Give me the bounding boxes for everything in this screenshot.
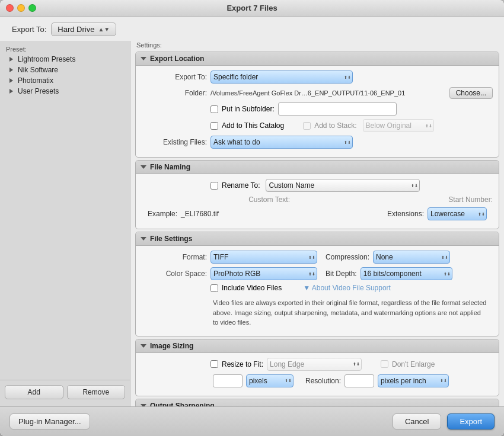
existing-files-select[interactable]: Ask what to do (210, 136, 353, 149)
settings-label: Settings: (130, 41, 168, 50)
export-location-section: Export Location Export To: Specific fold… (135, 52, 499, 158)
pixels-row: 1000 pixels Resolution: 300 pixels per i (142, 374, 493, 387)
minimize-button[interactable] (17, 4, 25, 12)
window-body: Export To: Hard Drive ▲▼ Preset: Lightro… (0, 17, 504, 436)
bottom-right-buttons: Cancel Export (393, 413, 495, 429)
size-unit-select[interactable]: pixels (246, 374, 294, 387)
resolution-unit-dropdown[interactable]: pixels per inch (378, 374, 449, 387)
format-dropdown[interactable]: TIFF (210, 251, 317, 264)
format-row: Format: TIFF Compression: None (142, 251, 493, 264)
export-to-field-select[interactable]: Specific folder (210, 70, 353, 84)
export-to-dropdown[interactable]: Specific folder (210, 70, 353, 84)
extensions-select[interactable]: Lowercase (428, 207, 487, 220)
resolution-input[interactable]: 300 (344, 374, 374, 387)
rename-to-select[interactable]: Custom Name (266, 179, 420, 192)
remove-button[interactable]: Remove (67, 385, 126, 399)
existing-files-row: Existing Files: Ask what to do (142, 136, 493, 149)
compression-dropdown[interactable]: None (373, 251, 450, 264)
custom-start-row: Custom Text: Start Number: (142, 195, 493, 204)
bit-depth-dropdown[interactable]: 16 bits/component (361, 267, 452, 280)
export-location-content: Export To: Specific folder Folder: /Volu… (136, 66, 499, 157)
file-naming-title: File Naming (150, 163, 190, 171)
compression-label: Compression: (326, 253, 369, 261)
folder-row: Folder: /Volumes/FreeAgent GoFlex Dr…6_E… (142, 87, 493, 99)
export-to-select[interactable]: Hard Drive ▲▼ (51, 23, 116, 36)
put-in-subfolder-label: Put in Subfolder: (222, 105, 275, 113)
export-location-header[interactable]: Export Location (136, 52, 499, 66)
rename-to-checkbox[interactable] (210, 182, 218, 190)
color-space-select[interactable]: ProPhoto RGB (210, 267, 317, 280)
sidebar-buttons: Add Remove (0, 380, 130, 404)
sidebar-item-lightroom-presets[interactable]: Lightroom Presets (0, 54, 130, 65)
include-video-checkbox[interactable] (210, 284, 218, 292)
sidebar-item-user-presets[interactable]: User Presets (0, 86, 130, 97)
image-sizing-content: Resize to Fit: Long Edge Don't Enlarge (136, 353, 499, 396)
settings-panel: Settings: Export Location Export To: (130, 41, 504, 406)
resize-row: Resize to Fit: Long Edge Don't Enlarge (142, 358, 493, 371)
example-value: _ELI7680.tif (181, 210, 219, 218)
preset-label: Preset: (0, 43, 130, 54)
extensions-label: Extensions: (387, 210, 424, 218)
maximize-button[interactable] (28, 4, 36, 12)
size-input[interactable]: 1000 (213, 374, 243, 387)
add-to-catalog-checkbox[interactable] (210, 122, 218, 130)
output-sharpening-header[interactable]: Output Sharpening (136, 399, 499, 407)
include-video-label: Include Video Files (222, 284, 282, 292)
main-window: Export 7 Files Export To: Hard Drive ▲▼ … (0, 0, 504, 436)
compression-select[interactable]: None (373, 251, 450, 264)
main-area: Preset: Lightroom Presets Nik Software P… (0, 41, 504, 406)
close-button[interactable] (6, 4, 14, 12)
stack-dropdown[interactable]: Below Original (363, 119, 434, 132)
export-to-field-label: Export To: (142, 73, 207, 81)
export-button[interactable]: Export (447, 413, 495, 429)
subfolder-row: Put in Subfolder: (142, 102, 493, 116)
add-button[interactable]: Add (5, 385, 63, 399)
start-number-label: Start Number: (448, 195, 493, 204)
traffic-lights (6, 4, 36, 12)
triangle-icon (9, 89, 13, 94)
folder-label: Folder: (142, 89, 207, 97)
dont-enlarge-checkbox[interactable] (381, 360, 388, 368)
collapse-icon (141, 237, 146, 241)
resolution-label: Resolution: (305, 377, 341, 385)
resize-to-fit-label: Resize to Fit: (222, 360, 263, 368)
resize-to-fit-checkbox[interactable] (210, 360, 218, 368)
cancel-button[interactable]: Cancel (393, 413, 441, 429)
triangle-icon (9, 57, 13, 62)
file-naming-header[interactable]: File Naming (136, 161, 499, 174)
video-info-text: Video files are always exported in their… (142, 296, 493, 331)
file-naming-section: File Naming Rename To: Custom Name (135, 160, 499, 229)
extensions-dropdown[interactable]: Lowercase (428, 207, 487, 220)
triangle-icon (9, 68, 13, 72)
choose-button[interactable]: Choose... (449, 87, 493, 99)
sidebar-item-photomatix[interactable]: Photomatix (0, 75, 130, 86)
put-in-subfolder-checkbox[interactable] (210, 105, 218, 113)
dont-enlarge-label: Don't Enlarge (392, 360, 435, 368)
rename-dropdown[interactable]: Custom Name (266, 179, 420, 192)
rename-to-label: Rename To: (222, 181, 260, 190)
custom-text-label: Custom Text: (148, 195, 290, 204)
folder-path: /Volumes/FreeAgent GoFlex Dr…6_ENP_OUTPU… (210, 89, 446, 97)
export-to-row: Export To: Hard Drive ▲▼ (0, 17, 504, 41)
subfolder-input[interactable] (278, 102, 397, 116)
resize-fit-dropdown[interactable]: Long Edge (267, 358, 362, 371)
bottom-bar: Plug-in Manager... Cancel Export (0, 406, 504, 436)
video-row: Include Video Files ▼ About Video File S… (142, 284, 493, 292)
image-sizing-header[interactable]: Image Sizing (136, 339, 499, 353)
file-settings-header[interactable]: File Settings (136, 232, 499, 246)
sidebar-item-nik-software[interactable]: Nik Software (0, 65, 130, 75)
existing-files-dropdown[interactable]: Ask what to do (210, 136, 353, 149)
add-to-catalog-label: Add to This Catalog (222, 121, 284, 130)
resize-fit-select[interactable]: Long Edge (267, 358, 362, 371)
resolution-unit-select[interactable]: pixels per inch (378, 374, 449, 387)
add-to-stack-checkbox[interactable] (303, 122, 311, 130)
add-to-stack-select[interactable]: Below Original (363, 119, 434, 132)
format-select[interactable]: TIFF (210, 251, 317, 264)
plugin-manager-button[interactable]: Plug-in Manager... (9, 413, 90, 429)
size-unit-dropdown[interactable]: pixels (246, 374, 294, 387)
titlebar: Export 7 Files (0, 0, 504, 17)
bit-depth-select[interactable]: 16 bits/component (361, 267, 452, 280)
export-location-title: Export Location (150, 54, 204, 63)
color-space-dropdown[interactable]: ProPhoto RGB (210, 267, 317, 280)
file-settings-content: Format: TIFF Compression: None (136, 246, 499, 336)
